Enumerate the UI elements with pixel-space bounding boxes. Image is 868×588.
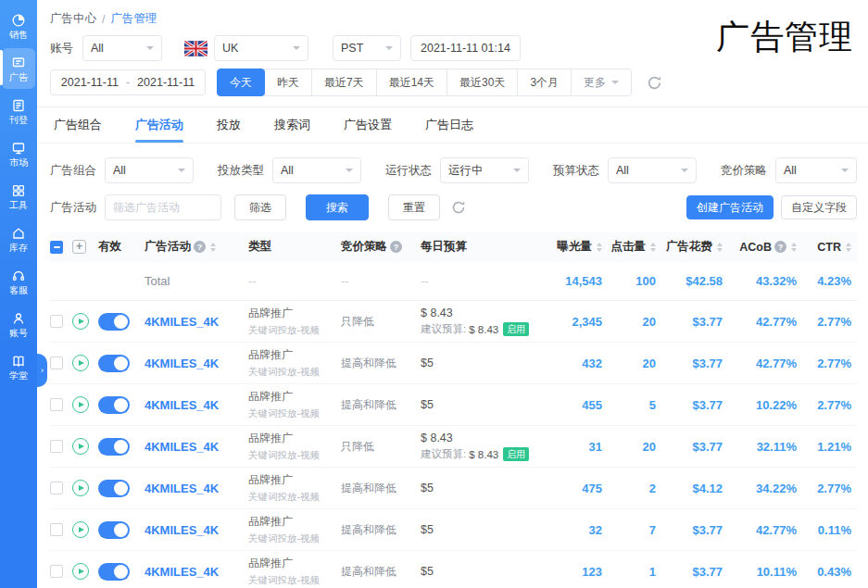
apply-suggest-button[interactable]: 启用 [503, 322, 529, 336]
sidebar-item-listing[interactable]: 刊登 [2, 91, 35, 131]
column-header[interactable]: 曝光量 [543, 239, 608, 255]
refresh-icon[interactable] [643, 71, 665, 94]
sidebar-item-inventory[interactable]: 库存 [2, 219, 35, 259]
sort-icon[interactable] [791, 243, 797, 252]
enabled-toggle[interactable] [98, 355, 130, 372]
sidebar-item-sales[interactable]: 销售 [2, 6, 35, 46]
impressions-value: 31 [589, 440, 602, 454]
row-checkbox[interactable] [50, 565, 63, 578]
tab-2[interactable]: 投放 [217, 107, 241, 143]
filter-button[interactable]: 筛选 [234, 194, 286, 220]
placement-type-label: 投放类型 [218, 163, 264, 179]
bid-strategy-select[interactable]: All [775, 157, 857, 183]
column-header[interactable]: 点击量 [608, 239, 661, 255]
row-checkbox[interactable] [50, 398, 63, 411]
column-header[interactable]: CTR [802, 241, 857, 254]
play-icon[interactable] [72, 480, 89, 496]
date-quick-button-4[interactable]: 最近30天 [447, 69, 518, 96]
column-header[interactable]: ACoB? [728, 241, 802, 254]
row-checkbox[interactable] [50, 315, 63, 328]
campaign-link[interactable]: 4KMILES_4K [145, 565, 219, 579]
row-checkbox[interactable] [50, 523, 63, 536]
select-all-checkbox[interactable] [50, 241, 63, 254]
enabled-toggle[interactable] [98, 563, 130, 581]
enabled-toggle[interactable] [98, 396, 130, 414]
play-icon[interactable] [72, 313, 89, 330]
sort-icon[interactable] [717, 243, 723, 252]
timezone-select[interactable]: PST [333, 35, 401, 61]
campaign-type: 品牌推广 [248, 347, 293, 363]
sort-icon[interactable] [597, 243, 602, 252]
search-action-row: 广告活动 筛选 搜索 重置 创建广告活动 自定义字段 [50, 194, 857, 220]
custom-fields-button[interactable]: 自定义字段 [781, 195, 857, 219]
search-button[interactable]: 搜索 [306, 194, 369, 220]
campaign-link[interactable]: 4KMILES_4K [145, 315, 219, 329]
expand-all-icon[interactable]: + [72, 240, 86, 254]
account-label: 账号 [50, 41, 73, 56]
budget-status-select[interactable]: All [608, 157, 697, 183]
date-quick-button-3[interactable]: 最近14天 [376, 69, 447, 96]
sidebar-item-school[interactable]: 学堂 [2, 346, 35, 387]
create-campaign-button[interactable]: 创建广告活动 [686, 195, 774, 219]
country-select[interactable]: UK [214, 35, 308, 61]
column-header[interactable]: 每日预算 [421, 239, 543, 255]
sidebar-item-market[interactable]: 市场 [2, 133, 35, 174]
sidebar-item-service[interactable]: 客服 [2, 261, 35, 302]
sidebar-item-tools[interactable]: 工具 [2, 176, 35, 217]
column-header[interactable]: 类型 [248, 239, 341, 255]
tab-1[interactable]: 广告活动 [135, 107, 183, 143]
row-checkbox[interactable] [50, 440, 63, 453]
column-header[interactable]: 广告活动? [145, 239, 248, 255]
sidebar-item-ads[interactable]: 广告 [2, 48, 35, 89]
campaign-link[interactable]: 4KMILES_4K [145, 523, 219, 537]
campaign-link[interactable]: 4KMILES_4K [145, 357, 219, 370]
info-icon: ? [390, 241, 402, 253]
enabled-toggle[interactable] [98, 521, 130, 539]
enabled-toggle[interactable] [98, 438, 130, 456]
portfolio-select[interactable]: All [105, 157, 194, 183]
date-quick-button-5[interactable]: 3个月 [517, 69, 572, 96]
breadcrumb-separator: / [102, 13, 105, 26]
row-checkbox[interactable] [50, 357, 63, 369]
breadcrumb-parent[interactable]: 广告中心 [50, 11, 96, 27]
sort-icon[interactable] [846, 243, 851, 252]
apply-suggest-button[interactable]: 启用 [503, 447, 529, 461]
impressions-value: 475 [582, 482, 602, 495]
play-icon[interactable] [72, 355, 89, 371]
placement-type-select[interactable]: All [272, 157, 361, 183]
tab-0[interactable]: 广告组合 [54, 107, 102, 143]
sidebar-item-account[interactable]: 账号 [2, 304, 35, 344]
current-datetime: 2021-11-11 01:14 [410, 35, 521, 61]
play-icon[interactable] [72, 396, 89, 413]
tab-3[interactable]: 搜索词 [274, 107, 310, 143]
run-status-select[interactable]: 运行中 [440, 157, 529, 183]
refresh-icon[interactable] [447, 196, 470, 219]
date-range-picker[interactable]: 2021-11-11 - 2021-11-11 [50, 69, 206, 95]
date-more-button[interactable]: 更多 [571, 69, 632, 96]
column-header[interactable]: 竞价策略? [341, 239, 421, 255]
campaign-link[interactable]: 4KMILES_4K [145, 482, 219, 495]
sidebar-collapse-handle[interactable]: › [37, 354, 47, 387]
sort-icon[interactable] [650, 243, 656, 252]
play-icon[interactable] [72, 563, 89, 580]
row-checkbox[interactable] [50, 482, 63, 494]
account-select-value: All [91, 42, 104, 55]
tab-5[interactable]: 广告日志 [425, 107, 473, 143]
tab-4[interactable]: 广告设置 [344, 107, 392, 143]
column-header[interactable]: 广告花费 [661, 239, 728, 255]
sort-icon[interactable] [210, 243, 216, 252]
daily-budget: $5 [421, 482, 434, 494]
play-icon[interactable] [72, 438, 89, 455]
campaign-search-input[interactable] [105, 194, 221, 220]
column-header[interactable]: 有效 [98, 239, 145, 255]
play-icon[interactable] [72, 521, 89, 538]
reset-button[interactable]: 重置 [388, 194, 440, 220]
enabled-toggle[interactable] [98, 313, 130, 331]
date-quick-button-2[interactable]: 最近7天 [311, 69, 377, 96]
campaign-link[interactable]: 4KMILES_4K [145, 398, 219, 412]
enabled-toggle[interactable] [98, 480, 130, 497]
date-quick-button-1[interactable]: 昨天 [264, 69, 312, 96]
date-quick-button-0[interactable]: 今天 [217, 69, 265, 96]
account-select[interactable]: All [82, 35, 162, 61]
campaign-link[interactable]: 4KMILES_4K [145, 440, 219, 454]
